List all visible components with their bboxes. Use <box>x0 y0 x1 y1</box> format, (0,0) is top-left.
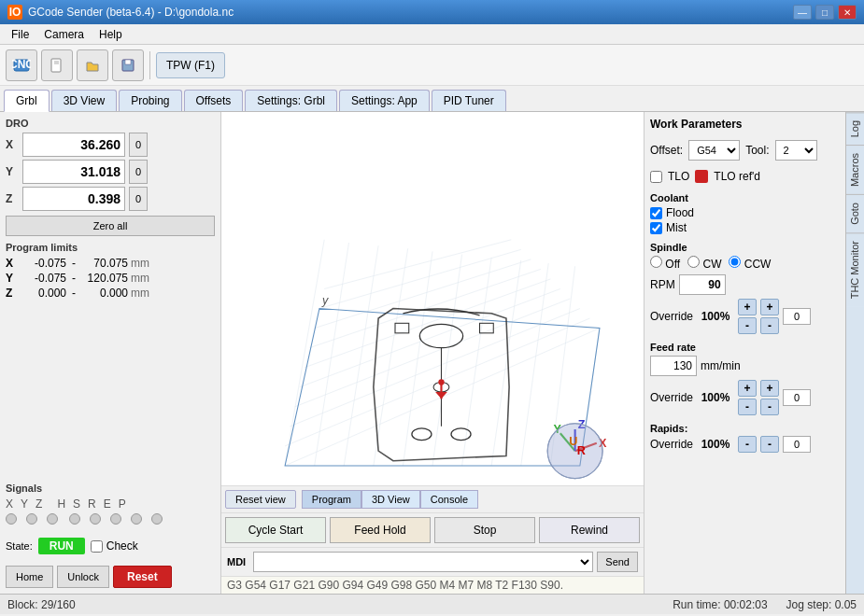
menu-camera[interactable]: Camera <box>36 26 92 43</box>
mdi-send-button[interactable]: Send <box>597 552 638 572</box>
coolant-title: Coolant <box>650 192 840 203</box>
dro-zero-z[interactable]: 0 <box>129 187 148 211</box>
viz-tab-3dview[interactable]: 3D View <box>361 490 420 509</box>
tab-offsets[interactable]: Offsets <box>184 90 244 111</box>
toolbar-save-icon[interactable] <box>112 49 144 81</box>
side-tab-log[interactable]: Log <box>846 112 864 145</box>
center-panel: y <box>221 112 644 594</box>
tab-settings-app[interactable]: Settings: App <box>339 90 430 111</box>
dro-label-y: Y <box>6 165 19 178</box>
spindle-off-radio[interactable] <box>650 256 662 268</box>
coolant-mist-row: Mist <box>650 221 840 234</box>
spindle-ovr-plusplus[interactable]: + <box>738 299 757 315</box>
check-row: Check <box>91 539 138 553</box>
toolbar-cnc-icon[interactable]: CNC <box>6 49 37 81</box>
side-tabs: Log Macros Goto THC Monitor <box>845 112 864 594</box>
maximize-button[interactable]: □ <box>815 5 834 20</box>
rapids-ovr-minus2[interactable]: - <box>760 436 779 453</box>
dro-input-x[interactable] <box>22 133 125 157</box>
coolant-flood-checkbox[interactable] <box>650 207 662 219</box>
offset-select[interactable]: G54G55G56 <box>688 140 740 161</box>
spindle-ovr-btns-col2: + - <box>760 299 779 334</box>
right-panel: Work Parameters Offset: G54G55G56 Tool: … <box>644 112 845 594</box>
signals-leds <box>6 513 215 525</box>
tab-3dview[interactable]: 3D View <box>51 90 117 111</box>
dro-zero-y[interactable]: 0 <box>129 160 148 184</box>
offset-label: Offset: <box>650 144 683 157</box>
close-button[interactable]: ✕ <box>838 5 857 20</box>
tpw-button[interactable]: TPW (F1) <box>156 52 225 78</box>
feedrate-input[interactable] <box>650 356 697 376</box>
side-tab-thc[interactable]: THC Monitor <box>846 232 864 306</box>
feed-ovr-input[interactable] <box>783 389 811 406</box>
side-tab-macros[interactable]: Macros <box>846 145 864 194</box>
menu-file[interactable]: File <box>4 26 36 43</box>
menu-bar: File Camera Help <box>0 24 864 45</box>
spindle-cw-label[interactable]: CW <box>687 256 721 271</box>
mdi-input[interactable] <box>253 552 593 572</box>
dro-input-y[interactable] <box>22 160 125 184</box>
check-checkbox[interactable] <box>91 540 103 553</box>
tab-settings-grbl[interactable]: Settings: Grbl <box>245 90 337 111</box>
mdi-bar: MDI Send <box>221 547 644 576</box>
program-limits-title: Program limits <box>6 242 215 253</box>
spindle-ccw-radio[interactable] <box>729 256 741 268</box>
limits-zmax: 0.000 <box>81 287 128 300</box>
feed-ovr-plus[interactable]: + <box>760 380 779 397</box>
spindle-ovr-minusminus[interactable]: - <box>760 317 779 334</box>
tool-select[interactable]: 213 <box>775 140 817 161</box>
rapids-override-label: Override <box>650 438 693 451</box>
spindle-ccw-label[interactable]: CCW <box>729 256 771 271</box>
rapids-ovr-input[interactable] <box>783 436 811 453</box>
rpm-input[interactable] <box>679 274 726 295</box>
cycle-start-button[interactable]: Cycle Start <box>225 517 326 543</box>
status-block: Block: 29/160 <box>7 598 76 611</box>
feed-ovr-plusplus[interactable]: + <box>738 380 757 397</box>
limits-label-x: X <box>6 257 17 270</box>
rapids-ovr-minus[interactable]: - <box>738 436 757 453</box>
toolbar-open-icon[interactable] <box>77 49 108 81</box>
program-limits-section: Program limits X -0.075 - 70.075 mm Y -0… <box>6 242 215 301</box>
zero-all-button[interactable]: Zero all <box>6 216 215 236</box>
feed-hold-button[interactable]: Feed Hold <box>330 517 431 543</box>
tlo-row: TLO TLO ref'd <box>650 170 840 183</box>
spindle-ovr-minus[interactable]: - <box>738 317 757 334</box>
offset-tool-row: Offset: G54G55G56 Tool: 213 <box>650 140 840 161</box>
status-runtime: Run time: 00:02:03 <box>673 598 767 611</box>
svg-rect-6 <box>125 60 131 64</box>
spindle-override-val: 100% <box>697 310 734 323</box>
menu-help[interactable]: Help <box>92 26 130 43</box>
gcode-text: G3 G54 G17 G21 G90 G94 G49 G98 G50 M4 M7… <box>227 579 563 592</box>
toolbar-new-icon[interactable] <box>41 49 73 81</box>
dro-input-z[interactable] <box>22 187 125 211</box>
coolant-mist-checkbox[interactable] <box>650 222 662 234</box>
rewind-button[interactable]: Rewind <box>539 517 640 543</box>
tab-probing[interactable]: Probing <box>119 90 181 111</box>
tab-grbl[interactable]: Grbl <box>4 90 50 112</box>
feed-ovr-minus[interactable]: - <box>738 399 757 415</box>
signal-led-z <box>47 513 58 525</box>
signal-led-r <box>110 513 121 525</box>
stop-button[interactable]: Stop <box>434 517 535 543</box>
spindle-title: Spindle <box>650 242 840 253</box>
tab-pid-tuner[interactable]: PID Tuner <box>432 90 506 111</box>
app-icon: IO <box>7 5 22 20</box>
viz-tab-console[interactable]: Console <box>420 490 478 509</box>
home-button[interactable]: Home <box>6 566 53 588</box>
viz-tab-program[interactable]: Program <box>302 490 361 509</box>
minimize-button[interactable]: — <box>793 5 812 20</box>
feed-ovr-btns-col1: + - <box>738 380 757 415</box>
spindle-cw-radio[interactable] <box>687 256 700 268</box>
spindle-off-label[interactable]: Off <box>650 256 680 271</box>
dro-zero-x[interactable]: 0 <box>129 133 148 157</box>
svg-text:CNC: CNC <box>12 58 31 71</box>
spindle-ovr-plus[interactable]: + <box>760 299 779 315</box>
unlock-button[interactable]: Unlock <box>57 566 109 588</box>
tlo-label: TLO <box>668 170 689 183</box>
reset-view-button[interactable]: Reset view <box>225 490 296 509</box>
tlo-checkbox[interactable] <box>650 171 662 183</box>
spindle-ovr-input[interactable] <box>783 308 811 325</box>
feed-ovr-minusminus[interactable]: - <box>760 399 779 415</box>
side-tab-goto[interactable]: Goto <box>846 194 864 232</box>
reset-button[interactable]: Reset <box>113 566 172 588</box>
